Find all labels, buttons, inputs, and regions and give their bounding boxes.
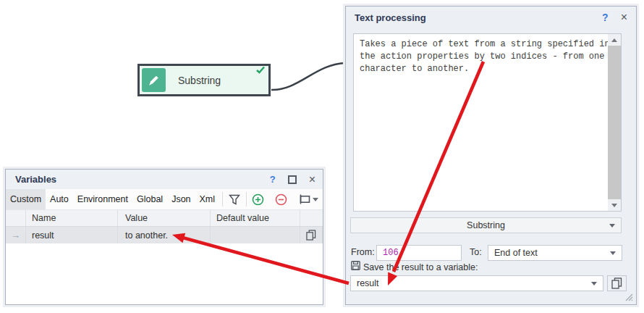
copy-icon: [306, 230, 316, 241]
to-select[interactable]: End of text: [488, 245, 622, 261]
variables-titlebar: Variables ? ×: [6, 170, 323, 189]
tab-json[interactable]: Json: [167, 189, 195, 209]
variable-combo-value: result: [357, 278, 379, 288]
add-icon[interactable]: [250, 191, 267, 208]
maximize-icon[interactable]: [288, 175, 297, 184]
row-indicator-icon: →: [11, 230, 20, 241]
tab-auto[interactable]: Auto: [46, 189, 73, 209]
pencil-icon: [142, 68, 166, 92]
substring-node[interactable]: Substring: [137, 64, 271, 96]
more-icon[interactable]: [313, 198, 318, 201]
scroll-up-icon[interactable]: [608, 34, 621, 46]
header-value[interactable]: Value: [118, 210, 211, 226]
header-selector: [6, 210, 26, 226]
table-row[interactable]: → result to another.: [6, 227, 323, 243]
divider: [222, 192, 223, 206]
tab-global[interactable]: Global: [132, 189, 167, 209]
row-selector: →: [6, 227, 26, 243]
chevron-down-icon: [609, 224, 615, 228]
header-name[interactable]: Name: [26, 210, 118, 226]
chevron-down-icon: [610, 251, 616, 255]
divider: [246, 192, 247, 206]
table-header: Name Value Default value: [6, 210, 323, 227]
to-select-value: End of text: [494, 248, 538, 258]
action-select[interactable]: Substring: [350, 217, 622, 233]
cell-value[interactable]: to another.: [118, 227, 211, 243]
tab-xml[interactable]: Xml: [195, 189, 220, 209]
action-select-value: Substring: [467, 220, 505, 230]
variable-combo[interactable]: result: [350, 275, 603, 291]
filter-icon[interactable]: [226, 191, 243, 208]
tab-environment[interactable]: Environment: [73, 189, 132, 209]
tab-custom[interactable]: Custom: [6, 189, 46, 209]
variables-title: Variables: [15, 174, 270, 185]
to-label: To:: [470, 247, 482, 257]
description-textarea[interactable]: Takes a piece of text from a string spec…: [353, 33, 622, 212]
scroll-down-icon[interactable]: [608, 199, 621, 211]
variables-tabbar: Custom Auto Environment Global Json Xml: [6, 189, 323, 210]
cell-name[interactable]: result: [26, 227, 118, 243]
variables-panel: Variables ? × Custom Auto Environment Gl…: [5, 169, 323, 305]
save-variable-label: Save the result to a variable:: [363, 262, 478, 272]
text-processing-dialog: Text processing ? × Takes a piece of tex…: [345, 6, 637, 305]
dialog-title: Text processing: [355, 12, 602, 23]
row-copy-button[interactable]: [300, 227, 323, 243]
cell-default-value[interactable]: [211, 227, 300, 243]
textarea-scrollbar[interactable]: [608, 34, 621, 211]
dialog-titlebar: Text processing ? ×: [346, 7, 636, 28]
dock-icon[interactable]: [295, 191, 313, 208]
resize-grip[interactable]: [624, 292, 633, 301]
save-icon: [351, 261, 360, 270]
workspace-canvas: Substring Text processing ? × Takes a pi…: [0, 0, 644, 313]
header-actions: [300, 210, 323, 226]
copy-icon: [611, 277, 622, 289]
chevron-down-icon: [591, 282, 597, 285]
header-default-value[interactable]: Default value: [211, 210, 300, 226]
from-label: From:: [351, 247, 375, 257]
close-icon[interactable]: ×: [621, 12, 627, 22]
close-icon[interactable]: ×: [309, 175, 315, 185]
copy-variable-button[interactable]: [607, 275, 627, 291]
node-label: Substring: [178, 75, 221, 86]
from-input[interactable]: 106: [376, 245, 462, 261]
help-button[interactable]: ?: [602, 12, 609, 23]
remove-icon[interactable]: [273, 191, 290, 208]
help-button[interactable]: ?: [270, 174, 276, 185]
check-icon: [256, 66, 265, 74]
